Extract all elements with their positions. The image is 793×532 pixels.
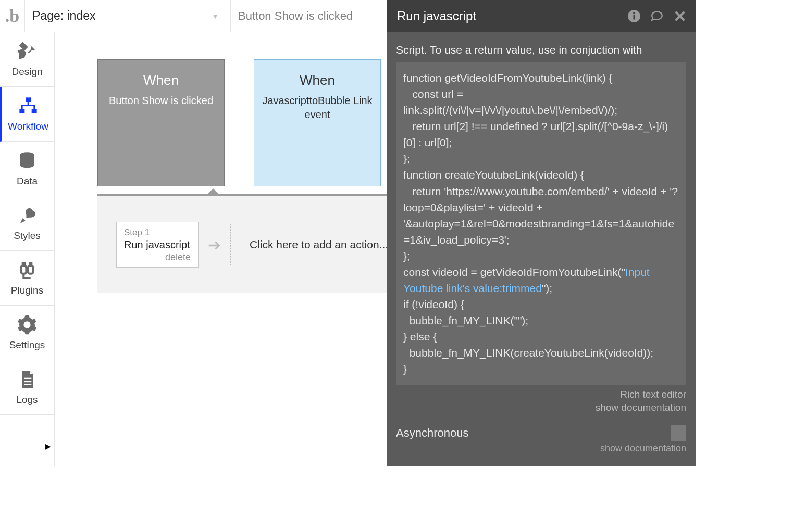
sidebar-item-settings[interactable]: Settings [0, 306, 54, 360]
sidebar-item-plugins[interactable]: Plugins [0, 251, 54, 306]
rich-text-editor-link[interactable]: Rich text editor [396, 388, 686, 401]
svg-rect-6 [19, 109, 24, 113]
script-textarea[interactable]: function getVideoIdFromYoutubeLink(link)… [396, 62, 686, 385]
add-action-label: Click here to add an action... [250, 238, 387, 251]
logo-text: .b [5, 6, 19, 26]
event-desc: Button Show is clicked [104, 94, 218, 108]
svg-rect-11 [24, 378, 31, 379]
sidebar-item-label: Design [11, 66, 42, 78]
add-action-button[interactable]: Click here to add an action... [230, 224, 387, 265]
sidebar-item-styles[interactable]: Styles [0, 196, 54, 251]
step-number: Step 1 [124, 227, 191, 238]
close-icon[interactable] [673, 9, 687, 23]
chevron-down-icon: ▼ [212, 12, 219, 20]
steps-panel: Step 1 Run javascript delete ➔ Click her… [97, 194, 387, 293]
event-when-label: When [300, 72, 335, 88]
svg-rect-1 [633, 15, 635, 20]
workflow-canvas: When Button Show is clicked When Javascr… [55, 32, 387, 466]
asynchronous-checkbox[interactable] [671, 425, 686, 441]
sidebar-item-logs[interactable]: Logs [0, 360, 54, 415]
show-documentation-link[interactable]: show documentation [396, 401, 686, 414]
comment-icon[interactable] [650, 9, 664, 23]
event-desc: JavascripttoBubble Link event [254, 94, 380, 122]
panel-title-bar: Run javascript [387, 0, 696, 32]
current-event-name: Button Show is clicked [231, 0, 387, 32]
sidebar-item-label: Logs [16, 394, 38, 406]
code-pre: function getVideoIdFromYoutubeLink(link)… [403, 72, 678, 278]
sidebar-item-workflow[interactable]: Workflow [0, 87, 54, 142]
pointer-icon [206, 188, 220, 196]
svg-rect-5 [26, 97, 31, 102]
step-box[interactable]: Step 1 Run javascript delete [116, 222, 199, 268]
svg-rect-10 [28, 266, 33, 274]
event-box-selected[interactable]: When Button Show is clicked [97, 59, 225, 186]
show-documentation-link-2[interactable]: show documentation [396, 443, 686, 454]
app-logo[interactable]: .b [0, 0, 25, 32]
asynchronous-label: Asynchronous [396, 426, 468, 440]
property-panel: Script. To use a return value, use in co… [387, 32, 696, 466]
svg-rect-9 [21, 266, 26, 274]
svg-rect-7 [32, 109, 37, 113]
sidebar-item-design[interactable]: Design [0, 32, 54, 87]
arrow-right-icon: ➔ [208, 236, 221, 254]
sidebar-item-label: Styles [14, 230, 41, 242]
panel-title: Run javascript [397, 9, 476, 23]
script-field-label: Script. To use a return value, use in co… [396, 44, 686, 56]
svg-rect-12 [24, 381, 31, 383]
sidebar-item-label: Workflow [8, 121, 48, 132]
sidebar-item-label: Plugins [11, 285, 43, 296]
sidebar-item-data[interactable]: Data [0, 142, 54, 196]
page-selector-label: Page: index [32, 9, 95, 23]
svg-rect-13 [24, 384, 31, 385]
sidebar: Design Workflow Data Styles Plugins Sett… [0, 32, 55, 466]
step-delete-link[interactable]: delete [124, 252, 191, 263]
sidebar-expand-icon[interactable]: ▶ [45, 442, 51, 450]
page-selector[interactable]: Page: index ▼ [25, 0, 231, 32]
sidebar-item-label: Settings [9, 339, 45, 351]
info-icon[interactable] [627, 9, 641, 23]
code-post: "); if (!videoId) { bubble_fn_MY_LINK(""… [403, 282, 653, 375]
step-title: Run javascript [124, 239, 191, 251]
event-box[interactable]: When JavascripttoBubble Link event [254, 59, 381, 186]
sidebar-item-label: Data [17, 175, 38, 187]
svg-point-2 [633, 12, 635, 14]
event-when-label: When [143, 72, 179, 88]
current-event-label: Button Show is clicked [238, 9, 353, 23]
